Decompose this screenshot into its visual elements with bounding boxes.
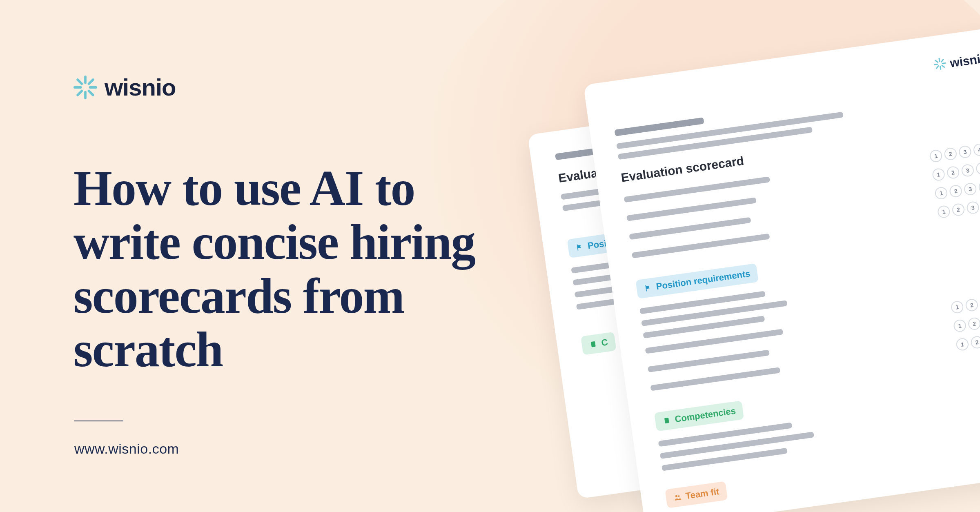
svg-rect-8 [591, 341, 596, 347]
flag-icon [644, 283, 653, 293]
score-pip[interactable]: 2 [967, 317, 980, 331]
chip-label: Posi [587, 238, 607, 251]
score-pip[interactable]: 4 [978, 180, 980, 194]
score-pips: 1 2 3 4 5 [929, 141, 980, 163]
score-pips: 1 2 3 4 5 [932, 159, 980, 181]
svg-line-6 [89, 80, 93, 84]
chip-label: Competencies [674, 405, 737, 425]
svg-line-16 [936, 66, 938, 69]
score-pip[interactable]: 1 [929, 149, 943, 163]
score-pips: 1 2 3 4 5 [953, 311, 980, 333]
section-chip-competencies: C [581, 332, 616, 355]
brand-logo: wisnio [74, 73, 176, 101]
svg-line-7 [78, 91, 82, 95]
page-title: How to use AI to write concise hiring sc… [74, 161, 523, 376]
divider [74, 421, 123, 421]
section-chip-competencies: Competencies [654, 401, 744, 432]
svg-line-9 [939, 58, 940, 61]
score-pip[interactable]: 3 [966, 201, 980, 215]
flag-icon [575, 243, 584, 252]
svg-line-15 [941, 59, 944, 62]
logo-mark-icon [933, 57, 947, 72]
score-pip[interactable]: 2 [944, 147, 958, 161]
chip-label: Team fit [685, 486, 720, 501]
svg-line-5 [89, 91, 93, 95]
score-pip[interactable]: 2 [965, 298, 979, 312]
score-pip[interactable]: 1 [937, 205, 951, 219]
people-icon [673, 493, 682, 502]
svg-point-18 [675, 495, 678, 497]
score-pip[interactable]: 1 [956, 337, 969, 351]
section-lines [658, 388, 980, 471]
score-pip[interactable]: 1 [932, 168, 946, 182]
score-pip[interactable]: 1 [950, 300, 964, 314]
footer-url: www.wisnio.com [74, 441, 179, 457]
score-pips: 1 2 3 4 5 [956, 329, 980, 351]
svg-point-19 [678, 495, 680, 497]
svg-line-13 [935, 60, 938, 62]
logo-mark-icon [74, 76, 97, 99]
score-pip[interactable]: 3 [958, 145, 972, 159]
clipboard-icon [589, 340, 598, 349]
svg-line-11 [934, 64, 937, 65]
score-pips: 1 2 3 4 5 [934, 178, 980, 200]
score-pip[interactable]: 2 [949, 184, 963, 198]
svg-line-12 [942, 63, 945, 64]
score-pip[interactable]: 1 [934, 186, 948, 200]
score-pip[interactable]: 3 [961, 164, 975, 178]
score-pip[interactable]: 2 [951, 203, 965, 217]
svg-line-10 [940, 66, 940, 69]
score-pips: 1 2 3 4 5 [937, 197, 980, 219]
brand-name: wisnio [949, 51, 980, 70]
score-pip[interactable]: 2 [946, 166, 960, 180]
svg-rect-17 [664, 418, 669, 424]
score-pip[interactable]: 2 [970, 335, 980, 349]
svg-line-14 [942, 65, 944, 68]
scorecard-mock-front: wisnio Evaluation scorecard 1 2 3 4 5 1 … [584, 25, 980, 512]
section-chip-teamfit: Team fit [665, 481, 728, 508]
clipboard-icon [662, 416, 672, 425]
score-pip[interactable]: 1 [953, 319, 967, 333]
svg-line-4 [78, 80, 82, 84]
brand-name: wisnio [105, 73, 176, 101]
score-pip[interactable]: 4 [976, 162, 980, 176]
section-chip-position: Position requirements [635, 263, 759, 299]
score-pip[interactable]: 4 [973, 143, 980, 157]
score-pips: 1 2 3 4 5 [950, 292, 980, 314]
chip-label: Position requirements [655, 268, 751, 292]
score-pip[interactable]: 3 [963, 182, 977, 196]
chip-label: C [601, 337, 608, 348]
